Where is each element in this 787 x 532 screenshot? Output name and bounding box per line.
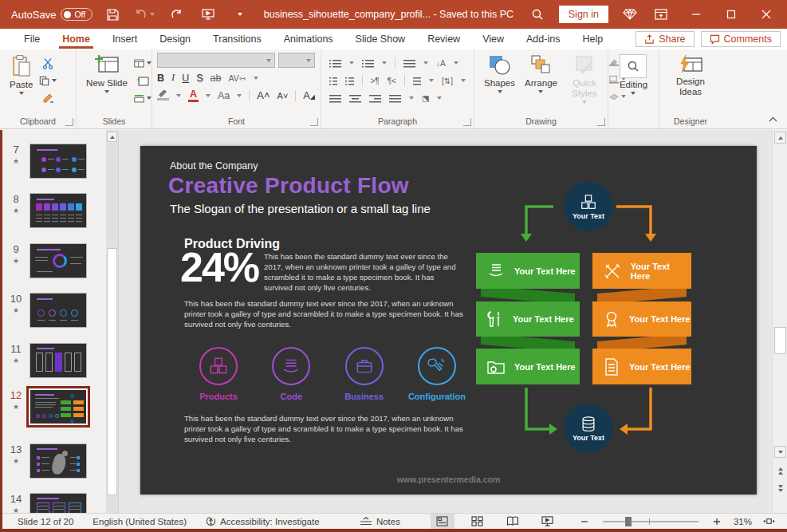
thumbnail-image[interactable]	[30, 293, 87, 328]
next-slide-icon[interactable]	[774, 483, 786, 495]
text-shadow-icon[interactable]: S	[196, 73, 203, 84]
thumbnail-scroll-up-icon[interactable]	[107, 132, 117, 142]
flow-box-green-2[interactable]: Your Text Here	[476, 301, 580, 337]
redo-icon[interactable]	[164, 4, 188, 25]
arrange-button[interactable]: Arrange	[520, 53, 562, 95]
text-direction-icon[interactable]: ↓A	[436, 59, 446, 68]
comments-button[interactable]: Comments	[701, 31, 781, 47]
slide-thumbnail-11[interactable]: 11★	[2, 343, 106, 378]
flow-box-green-1[interactable]: Your Text Here	[476, 253, 580, 289]
justify-icon[interactable]	[389, 94, 401, 103]
underline-icon[interactable]: U	[182, 73, 189, 84]
previous-slide-icon[interactable]	[774, 465, 786, 477]
clear-formatting-icon[interactable]: A◢	[303, 90, 315, 101]
flow-box-orange-1[interactable]: Your Text Here	[592, 253, 691, 289]
language-indicator[interactable]: English (United States)	[83, 517, 196, 526]
decrease-indent-icon[interactable]	[329, 77, 337, 85]
thumbnail-scrollbar[interactable]	[106, 130, 118, 513]
align-text-icon[interactable]: [⇅]	[442, 77, 453, 85]
close-button[interactable]	[750, 2, 782, 26]
scroll-up-icon[interactable]	[774, 132, 786, 144]
shapes-button[interactable]: Shapes	[479, 53, 520, 95]
save-icon[interactable]	[100, 4, 124, 25]
copy-icon[interactable]	[39, 73, 57, 88]
tab-help[interactable]: Help	[571, 30, 614, 48]
reading-view-button[interactable]	[501, 514, 525, 530]
slideshow-view-button[interactable]	[536, 514, 560, 530]
start-slideshow-icon[interactable]	[196, 4, 220, 25]
thumbnail-image[interactable]	[30, 243, 87, 278]
thumbnail-image[interactable]	[30, 144, 87, 179]
flow-box-orange-2[interactable]: Your Text Here	[592, 301, 691, 337]
zoom-level[interactable]: 31%	[729, 517, 757, 526]
slide-sorter-view-button[interactable]	[466, 514, 490, 530]
font-dialog-launcher[interactable]	[310, 118, 318, 126]
drawing-dialog-launcher[interactable]	[597, 118, 605, 126]
normal-view-button[interactable]	[431, 514, 454, 530]
search-icon[interactable]	[525, 4, 549, 25]
scroll-down-icon[interactable]	[774, 446, 786, 458]
shrink-font-icon[interactable]: A˅	[277, 91, 289, 100]
font-size-combo[interactable]	[278, 53, 315, 68]
thumbnail-image[interactable]	[30, 389, 87, 424]
share-button[interactable]: Share	[636, 31, 694, 47]
slide-thumbnail-9[interactable]: 9★	[2, 243, 106, 278]
gem-icon[interactable]	[618, 4, 642, 25]
italic-icon[interactable]: I	[171, 72, 175, 84]
zoom-slider-thumb[interactable]	[625, 517, 632, 526]
grow-font-icon[interactable]: A˄	[257, 89, 270, 101]
numbering-icon[interactable]	[362, 59, 374, 68]
autosave-toggle[interactable]: AutoSave Off	[11, 8, 92, 21]
highlight-pen-icon[interactable]	[157, 90, 169, 100]
section-icon[interactable]	[134, 91, 151, 105]
paragraph-dialog-launcher[interactable]	[463, 118, 471, 126]
paste-button[interactable]: Paste	[5, 53, 37, 97]
character-spacing-icon[interactable]: AV⇿	[228, 73, 246, 83]
format-painter-icon[interactable]	[39, 91, 57, 105]
ltr-icon[interactable]: >¶	[371, 77, 380, 85]
main-scrollbar-thumb[interactable]	[774, 327, 786, 354]
notes-button[interactable]: Notes	[350, 517, 410, 526]
strikethrough-icon[interactable]: ab	[211, 73, 222, 84]
accessibility-status[interactable]: Accessibility: Investigate	[196, 516, 329, 526]
font-name-combo[interactable]	[157, 53, 275, 68]
slide-indicator[interactable]: Slide 12 of 20	[0, 517, 83, 526]
new-slide-button[interactable]: New Slide	[81, 53, 132, 95]
thumbnail-scrollbar-thumb[interactable]	[107, 248, 117, 495]
align-right-icon[interactable]	[369, 94, 381, 103]
zoom-in-icon[interactable]	[705, 514, 729, 530]
minimize-button[interactable]	[680, 2, 712, 26]
thumbnail-image[interactable]	[30, 343, 87, 378]
tab-add-ins[interactable]: Add-ins	[515, 30, 571, 48]
maximize-button[interactable]	[715, 2, 747, 26]
ribbon-display-options-icon[interactable]	[645, 2, 677, 26]
tab-review[interactable]: Review	[416, 30, 471, 48]
tab-design[interactable]: Design	[148, 30, 202, 48]
fit-slide-to-window-icon[interactable]	[757, 514, 781, 530]
tab-transitions[interactable]: Transitions	[202, 30, 273, 48]
tab-animations[interactable]: Animations	[273, 30, 344, 48]
tab-file[interactable]: File	[13, 30, 51, 48]
slide-thumbnail-10[interactable]: 10★	[2, 293, 106, 328]
flow-top-circle[interactable]: Your Text	[564, 182, 613, 231]
bullets-icon[interactable]	[329, 59, 341, 68]
collapse-ribbon-icon[interactable]	[769, 114, 777, 124]
line-spacing-icon[interactable]	[403, 59, 415, 68]
tab-home[interactable]: Home	[51, 30, 101, 48]
reset-slide-icon[interactable]	[134, 73, 151, 88]
align-center-icon[interactable]	[349, 94, 361, 103]
quick-access-chevron-icon[interactable]	[228, 4, 252, 25]
design-ideas-button[interactable]: Design Ideas	[667, 53, 714, 99]
flow-box-green-3[interactable]: Your Text Here	[476, 349, 580, 384]
clipboard-dialog-launcher[interactable]	[65, 118, 73, 126]
zoom-slider[interactable]	[603, 521, 698, 522]
align-left-icon[interactable]	[329, 94, 341, 103]
sign-in-button[interactable]: Sign in	[559, 6, 608, 23]
slide-layout-icon[interactable]	[134, 56, 151, 70]
slide-thumbnail-12[interactable]: 12★	[2, 389, 106, 424]
flow-box-orange-3[interactable]: Your Text Here	[592, 349, 691, 384]
thumbnail-image[interactable]	[30, 443, 87, 479]
slide-thumbnail-8[interactable]: 8★	[2, 193, 106, 228]
tab-insert[interactable]: Insert	[101, 30, 148, 48]
slide-thumbnail-14[interactable]: 14★	[2, 493, 106, 513]
